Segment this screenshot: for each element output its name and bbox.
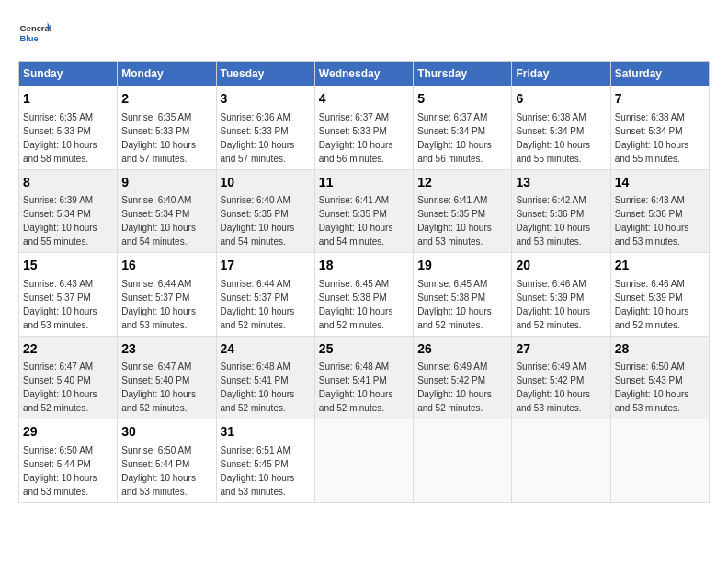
day-number: 1 [23, 90, 113, 109]
calendar-cell: 7 Sunrise: 6:38 AMSunset: 5:34 PMDayligh… [610, 86, 709, 170]
day-number: 19 [417, 257, 507, 275]
cell-info: Sunrise: 6:50 AMSunset: 5:44 PMDaylight:… [23, 445, 97, 497]
day-number: 22 [23, 340, 113, 359]
header-friday: Friday [512, 62, 610, 86]
calendar-cell: 30 Sunrise: 6:50 AMSunset: 5:44 PMDaylig… [118, 419, 216, 503]
cell-info: Sunrise: 6:48 AMSunset: 5:41 PMDaylight:… [319, 362, 393, 413]
calendar-cell: 3 Sunrise: 6:36 AMSunset: 5:33 PMDayligh… [216, 86, 314, 170]
calendar-week-row: 22 Sunrise: 6:47 AMSunset: 5:40 PMDaylig… [19, 336, 710, 419]
calendar-cell: 5 Sunrise: 6:37 AMSunset: 5:34 PMDayligh… [414, 86, 512, 170]
day-number: 20 [516, 257, 606, 275]
calendar-cell: 23 Sunrise: 6:47 AMSunset: 5:40 PMDaylig… [118, 336, 216, 419]
cell-info: Sunrise: 6:35 AMSunset: 5:33 PMDaylight:… [121, 112, 196, 164]
header-thursday: Thursday [414, 62, 512, 86]
header: General Blue [18, 18, 710, 52]
day-number: 27 [516, 340, 606, 359]
cell-info: Sunrise: 6:38 AMSunset: 5:34 PMDaylight:… [516, 112, 590, 164]
day-number: 23 [121, 340, 211, 359]
calendar-cell: 18 Sunrise: 6:45 AMSunset: 5:38 PMDaylig… [314, 253, 413, 337]
cell-info: Sunrise: 6:44 AMSunset: 5:37 PMDaylight:… [221, 279, 295, 330]
calendar-cell: 21 Sunrise: 6:46 AMSunset: 5:39 PMDaylig… [610, 253, 709, 337]
day-number: 24 [221, 340, 311, 359]
calendar-cell: 1 Sunrise: 6:35 AMSunset: 5:33 PMDayligh… [19, 86, 118, 170]
cell-info: Sunrise: 6:49 AMSunset: 5:42 PMDaylight:… [417, 362, 492, 413]
calendar-cell: 29 Sunrise: 6:50 AMSunset: 5:44 PMDaylig… [19, 419, 118, 503]
calendar-cell: 8 Sunrise: 6:39 AMSunset: 5:34 PMDayligh… [19, 169, 118, 253]
day-number: 4 [319, 90, 409, 109]
day-number: 7 [615, 90, 705, 109]
cell-info: Sunrise: 6:43 AMSunset: 5:37 PMDaylight:… [23, 279, 97, 330]
calendar-cell: 19 Sunrise: 6:45 AMSunset: 5:38 PMDaylig… [414, 253, 512, 337]
cell-info: Sunrise: 6:37 AMSunset: 5:33 PMDaylight:… [319, 112, 393, 164]
calendar-cell: 11 Sunrise: 6:41 AMSunset: 5:35 PMDaylig… [314, 169, 413, 253]
day-number: 10 [221, 174, 311, 192]
day-number: 14 [615, 174, 705, 192]
calendar-cell: 6 Sunrise: 6:38 AMSunset: 5:34 PMDayligh… [512, 86, 610, 170]
cell-info: Sunrise: 6:50 AMSunset: 5:43 PMDaylight:… [615, 362, 689, 413]
calendar-week-row: 29 Sunrise: 6:50 AMSunset: 5:44 PMDaylig… [19, 419, 710, 503]
calendar-cell: 16 Sunrise: 6:44 AMSunset: 5:37 PMDaylig… [118, 253, 216, 337]
cell-info: Sunrise: 6:43 AMSunset: 5:36 PMDaylight:… [615, 195, 689, 247]
day-number: 15 [23, 257, 113, 275]
day-number: 21 [615, 257, 705, 275]
calendar-cell: 28 Sunrise: 6:50 AMSunset: 5:43 PMDaylig… [610, 336, 709, 419]
svg-text:General: General [19, 24, 51, 33]
cell-info: Sunrise: 6:45 AMSunset: 5:38 PMDaylight:… [319, 279, 393, 330]
cell-info: Sunrise: 6:36 AMSunset: 5:33 PMDaylight:… [221, 112, 295, 164]
calendar-cell: 2 Sunrise: 6:35 AMSunset: 5:33 PMDayligh… [118, 86, 216, 170]
calendar-cell: 9 Sunrise: 6:40 AMSunset: 5:34 PMDayligh… [118, 169, 216, 253]
header-sunday: Sunday [19, 62, 118, 86]
day-number: 8 [23, 174, 113, 192]
cell-info: Sunrise: 6:39 AMSunset: 5:34 PMDaylight:… [23, 195, 97, 247]
calendar-week-row: 8 Sunrise: 6:39 AMSunset: 5:34 PMDayligh… [19, 169, 710, 253]
calendar-cell: 20 Sunrise: 6:46 AMSunset: 5:39 PMDaylig… [512, 253, 610, 337]
calendar-cell: 10 Sunrise: 6:40 AMSunset: 5:35 PMDaylig… [216, 169, 314, 253]
calendar-cell: 31 Sunrise: 6:51 AMSunset: 5:45 PMDaylig… [216, 419, 314, 503]
svg-text:Blue: Blue [19, 34, 38, 43]
logo: General Blue [18, 18, 51, 52]
day-number: 25 [319, 340, 409, 359]
cell-info: Sunrise: 6:51 AMSunset: 5:45 PMDaylight:… [221, 445, 295, 497]
calendar-cell: 14 Sunrise: 6:43 AMSunset: 5:36 PMDaylig… [610, 169, 709, 253]
cell-info: Sunrise: 6:48 AMSunset: 5:41 PMDaylight:… [221, 362, 295, 413]
cell-info: Sunrise: 6:49 AMSunset: 5:42 PMDaylight:… [516, 362, 590, 413]
calendar-cell: 27 Sunrise: 6:49 AMSunset: 5:42 PMDaylig… [512, 336, 610, 419]
cell-info: Sunrise: 6:44 AMSunset: 5:37 PMDaylight:… [121, 279, 196, 330]
cell-info: Sunrise: 6:41 AMSunset: 5:35 PMDaylight:… [319, 195, 393, 247]
logo-icon: General Blue [18, 18, 51, 52]
calendar-cell: 15 Sunrise: 6:43 AMSunset: 5:37 PMDaylig… [19, 253, 118, 337]
calendar-header-row: SundayMondayTuesdayWednesdayThursdayFrid… [19, 62, 710, 86]
cell-info: Sunrise: 6:35 AMSunset: 5:33 PMDaylight:… [23, 112, 97, 164]
day-number: 12 [417, 174, 507, 192]
day-number: 26 [417, 340, 507, 359]
cell-info: Sunrise: 6:42 AMSunset: 5:36 PMDaylight:… [516, 195, 590, 247]
day-number: 6 [516, 90, 606, 109]
day-number: 18 [319, 257, 409, 275]
cell-info: Sunrise: 6:46 AMSunset: 5:39 PMDaylight:… [615, 279, 689, 330]
cell-info: Sunrise: 6:50 AMSunset: 5:44 PMDaylight:… [121, 445, 196, 497]
day-number: 3 [221, 90, 311, 109]
day-number: 9 [121, 174, 211, 192]
day-number: 2 [121, 90, 211, 109]
calendar-cell [314, 419, 413, 503]
cell-info: Sunrise: 6:37 AMSunset: 5:34 PMDaylight:… [417, 112, 492, 164]
day-number: 16 [121, 257, 211, 275]
calendar-cell: 12 Sunrise: 6:41 AMSunset: 5:35 PMDaylig… [414, 169, 512, 253]
cell-info: Sunrise: 6:40 AMSunset: 5:35 PMDaylight:… [221, 195, 295, 247]
day-number: 17 [221, 257, 311, 275]
calendar-cell [512, 419, 610, 503]
calendar-cell: 4 Sunrise: 6:37 AMSunset: 5:33 PMDayligh… [314, 86, 413, 170]
calendar-cell: 25 Sunrise: 6:48 AMSunset: 5:41 PMDaylig… [314, 336, 413, 419]
calendar-cell: 13 Sunrise: 6:42 AMSunset: 5:36 PMDaylig… [512, 169, 610, 253]
day-number: 30 [121, 423, 211, 442]
calendar-cell: 17 Sunrise: 6:44 AMSunset: 5:37 PMDaylig… [216, 253, 314, 337]
cell-info: Sunrise: 6:40 AMSunset: 5:34 PMDaylight:… [121, 195, 196, 247]
day-number: 13 [516, 174, 606, 192]
day-number: 11 [319, 174, 409, 192]
cell-info: Sunrise: 6:46 AMSunset: 5:39 PMDaylight:… [516, 279, 590, 330]
cell-info: Sunrise: 6:47 AMSunset: 5:40 PMDaylight:… [23, 362, 97, 413]
header-monday: Monday [118, 62, 216, 86]
day-number: 5 [417, 90, 507, 109]
day-number: 31 [221, 423, 311, 442]
cell-info: Sunrise: 6:47 AMSunset: 5:40 PMDaylight:… [121, 362, 196, 413]
